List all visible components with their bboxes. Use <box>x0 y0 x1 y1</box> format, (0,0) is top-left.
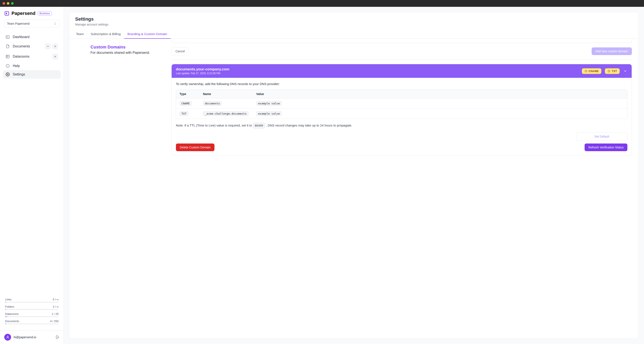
svg-point-6 <box>7 336 8 337</box>
usage-row-folders: Folders 2 / ∞ <box>5 305 58 310</box>
help-icon <box>6 64 10 68</box>
sidebar-item-datarooms[interactable]: Datarooms <box>3 51 61 62</box>
ttl-value: 86400 <box>253 123 265 129</box>
usage-value: 2 / ∞ <box>53 305 58 308</box>
nav-label: Settings <box>13 72 25 76</box>
brand-logo-icon <box>4 11 9 16</box>
domain-card-toggle[interactable] <box>623 69 628 73</box>
tab-branding-custom-domain[interactable]: Branding & Custom Domain <box>124 29 170 39</box>
document-icon <box>6 44 10 48</box>
custom-domains-description: Custom Domains For documents shared with… <box>69 39 172 339</box>
add-custom-domain-button[interactable]: Add new custom domain <box>592 47 632 55</box>
tab-team[interactable]: Team <box>72 29 87 39</box>
user-icon <box>6 335 10 339</box>
set-default-button[interactable]: Set Default <box>576 133 628 141</box>
dns-type: TXT <box>180 111 188 116</box>
usage-label: Datarooms <box>5 312 19 316</box>
dataroom-icon <box>6 54 10 59</box>
usage-fill <box>5 316 7 317</box>
brand-name: Papersend <box>12 11 36 16</box>
dns-badge-txt: TXT <box>605 68 620 74</box>
chevron-down-icon <box>46 45 50 48</box>
sidebar-item-settings[interactable]: Settings <box>3 70 61 79</box>
sidebar-item-dashboard[interactable]: Dashboard <box>3 33 61 41</box>
sidebar-item-help[interactable]: Help <box>3 62 61 70</box>
nav-label: Datarooms <box>13 55 30 58</box>
svg-rect-1 <box>6 12 7 14</box>
usage-fill <box>5 324 6 324</box>
documents-add-button[interactable] <box>52 43 58 49</box>
verify-instructions: To verify ownership, add the following D… <box>176 82 628 86</box>
team-selector[interactable]: Team Papersend <box>4 19 60 28</box>
section-title: Custom Domains <box>90 45 163 49</box>
sidebar: Papersend Business Team Papersend Dashbo… <box>0 7 64 344</box>
th-type: Type <box>176 90 200 98</box>
clock-icon <box>608 70 610 72</box>
usage-row-links: Links 5 / ∞ <box>5 298 58 303</box>
gear-icon <box>6 72 10 77</box>
svg-rect-3 <box>6 55 9 58</box>
brand: Papersend Business <box>4 11 60 16</box>
domain-card-header[interactable]: documents.your-company.com Last update: … <box>172 64 632 78</box>
settings-panel: Settings Manage account settings Team Su… <box>69 12 639 339</box>
sign-out-icon <box>56 335 60 339</box>
settings-tabs: Team Subscription & Billing Branding & C… <box>69 29 639 39</box>
usage-label: Folders <box>5 305 14 308</box>
usage-row-datarooms: Datarooms 1 / 25 <box>5 312 58 317</box>
delete-domain-button[interactable]: Delete Custom Domain <box>176 144 214 151</box>
documents-expand-button[interactable] <box>45 43 51 49</box>
dns-row: CNAME documents example value <box>176 98 627 109</box>
dns-badge-cname: CNAME <box>582 68 602 74</box>
user-avatar[interactable] <box>4 334 11 341</box>
th-name: Name <box>200 90 253 98</box>
sidebar-item-documents[interactable]: Documents <box>3 41 61 51</box>
nav-label: Help <box>13 64 20 68</box>
chevrons-up-down-icon <box>54 22 57 25</box>
page-title: Settings <box>75 16 633 22</box>
dns-type: CNAME <box>180 101 192 106</box>
window-minimize-icon[interactable] <box>7 2 9 5</box>
plus-icon <box>54 55 57 58</box>
usage-fill <box>5 302 6 303</box>
dns-name: _acme-challenge.documents <box>203 111 248 116</box>
refresh-verification-button[interactable]: Refresh Verification Status <box>584 144 628 151</box>
dns-records-table: Type Name Value CNAME documents <box>176 90 628 119</box>
domain-input[interactable] <box>172 39 632 43</box>
usage-value: 4 / 250 <box>50 320 58 323</box>
sidebar-nav: Dashboard Documents Datarooms <box>0 30 64 81</box>
usage-label: Documents <box>5 320 19 323</box>
page-subtitle: Manage account settings <box>75 23 633 26</box>
usage-meters: Links 5 / ∞ Folders 2 / ∞ Datarooms 1 / … <box>0 297 64 330</box>
window-close-icon[interactable] <box>2 2 5 5</box>
tab-subscription-billing[interactable]: Subscription & Billing <box>87 29 124 39</box>
macos-titlebar <box>0 0 644 7</box>
clock-icon <box>584 70 587 72</box>
usage-row-documents: Documents 4 / 250 <box>5 320 58 324</box>
plan-badge: Business <box>38 11 52 15</box>
domain-name: documents.your-company.com <box>176 67 578 71</box>
user-email: hi@papersend.io <box>14 336 36 339</box>
nav-label: Dashboard <box>13 35 30 39</box>
sign-out-button[interactable] <box>56 335 60 339</box>
dns-value: example value <box>256 101 282 106</box>
svg-rect-2 <box>6 35 9 38</box>
dns-value: example value <box>256 111 282 116</box>
datarooms-add-button[interactable] <box>52 54 58 59</box>
cancel-button[interactable]: Cancel <box>172 47 189 55</box>
custom-domains-content: Cancel Add new custom domain documents.y… <box>172 39 639 339</box>
chevron-down-icon <box>623 69 628 73</box>
nav-label: Documents <box>13 44 30 48</box>
dns-name: documents <box>203 101 222 106</box>
usage-value: 5 / ∞ <box>53 298 58 301</box>
divider <box>172 59 632 60</box>
dns-row: TXT _acme-challenge.documents example va… <box>176 109 627 119</box>
custom-domain-card: documents.your-company.com Last update: … <box>172 64 632 156</box>
window-maximize-icon[interactable] <box>11 2 14 5</box>
sidebar-footer: hi@papersend.io <box>0 330 64 344</box>
team-selector-value: Team Papersend <box>7 22 30 25</box>
plus-icon <box>54 45 57 48</box>
usage-fill <box>5 309 6 310</box>
section-subtitle: For documents shared with Papersend. <box>90 51 163 55</box>
domain-last-update: Last update: Feb 27, 2025, 8:22:56 PM <box>176 72 578 75</box>
bar-chart-icon <box>6 35 10 39</box>
